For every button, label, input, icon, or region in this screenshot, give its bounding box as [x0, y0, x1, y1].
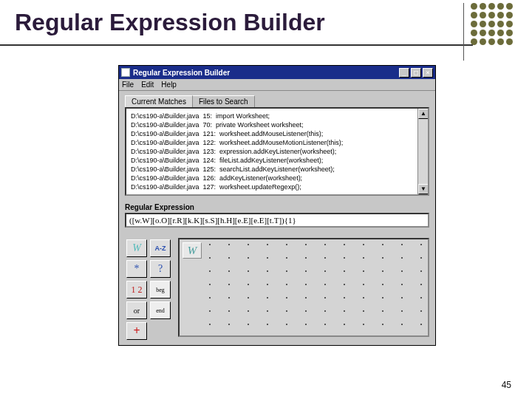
window-buttons: _ □ ×	[399, 68, 433, 78]
scroll-down-button[interactable]: ▼	[418, 184, 429, 194]
minimize-button[interactable]: _	[399, 68, 409, 78]
regex-input[interactable]	[125, 213, 429, 228]
tabs: Current Matches Files to Search	[125, 95, 429, 107]
palette-w-button[interactable]: W	[126, 239, 147, 257]
menu-help[interactable]: Help	[161, 81, 177, 89]
page-number: 45	[502, 380, 511, 390]
palette-plus-button[interactable]: +	[126, 322, 147, 340]
palette-or-button[interactable]: or	[126, 301, 147, 319]
match-row[interactable]: D:\cs190-a\Builder.java 124: fileList.ad…	[131, 156, 425, 165]
palette-az-button[interactable]: A-Z	[150, 239, 171, 257]
match-row[interactable]: D:\cs190-a\Builder.java 125: searchList.…	[131, 165, 425, 174]
maximize-button[interactable]: □	[411, 68, 421, 78]
close-button[interactable]: ×	[423, 68, 433, 78]
scrollbar[interactable]: ▲ ▼	[417, 109, 428, 194]
palette-num-button[interactable]: 1 2	[126, 281, 147, 299]
workspace[interactable]: W	[178, 238, 429, 337]
workspace-grid	[209, 244, 423, 331]
match-row[interactable]: D:\cs190-a\Builder.java 127: worksheet.u…	[131, 183, 425, 191]
scroll-up-button[interactable]: ▲	[418, 109, 429, 119]
client-area: Current Matches Files to Search D:\cs190…	[119, 91, 435, 347]
match-row[interactable]: D:\cs190-a\Builder.java 123: expression.…	[131, 147, 425, 156]
app-window: Regular Expression Builder _ □ × File Ed…	[118, 65, 436, 346]
palette-beg-button[interactable]: beg	[150, 281, 171, 299]
tab-files-to-search[interactable]: Files to Search	[192, 95, 255, 107]
regex-label: Regular Expression	[125, 203, 429, 211]
lower-panel: W A-Z * ? 1 2 beg or end + W	[125, 238, 429, 341]
palette-star-button[interactable]: *	[126, 260, 147, 278]
palette-end-button[interactable]: end	[150, 301, 171, 319]
palette: W A-Z * ? 1 2 beg or end +	[125, 238, 172, 341]
window-title: Regular Expression Builder	[133, 69, 399, 77]
menubar: File Edit Help	[119, 79, 435, 91]
match-row[interactable]: D:\cs190-a\Builder.java 121: worksheet.a…	[131, 129, 425, 138]
match-row[interactable]: D:\cs190-a\Builder.java 70: private Work…	[131, 120, 425, 129]
decor-dot-grid	[471, 3, 513, 45]
palette-question-button[interactable]: ?	[150, 260, 171, 278]
tab-current-matches[interactable]: Current Matches	[125, 95, 193, 107]
title-underline	[0, 44, 473, 46]
matches-list[interactable]: D:\cs190-a\Builder.java 15: import Works…	[125, 107, 429, 196]
decor-vertical-line	[463, 3, 464, 61]
match-row[interactable]: D:\cs190-a\Builder.java 126: addKeyListe…	[131, 174, 425, 183]
menu-edit[interactable]: Edit	[141, 81, 154, 89]
app-icon	[121, 68, 130, 77]
slide: Regular Expression Builder Regular Expre…	[0, 0, 532, 399]
slide-title: Regular Expression Builder	[15, 9, 325, 36]
titlebar[interactable]: Regular Expression Builder _ □ ×	[119, 66, 435, 79]
match-row[interactable]: D:\cs190-a\Builder.java 122: worksheet.a…	[131, 138, 425, 147]
menu-file[interactable]: File	[122, 81, 134, 89]
match-row[interactable]: D:\cs190-a\Builder.java 15: import Works…	[131, 112, 425, 120]
workspace-chip[interactable]: W	[183, 242, 202, 259]
